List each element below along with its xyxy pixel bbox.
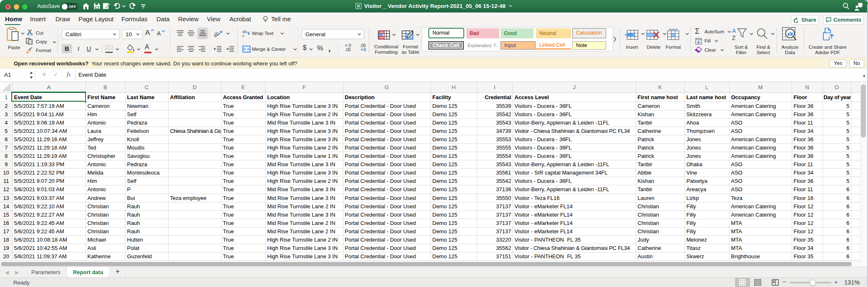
svg-text:Z: Z	[732, 35, 736, 41]
svg-text:A: A	[732, 28, 736, 34]
svg-text:c: c	[242, 34, 244, 37]
svg-text:ab: ab	[242, 30, 247, 34]
